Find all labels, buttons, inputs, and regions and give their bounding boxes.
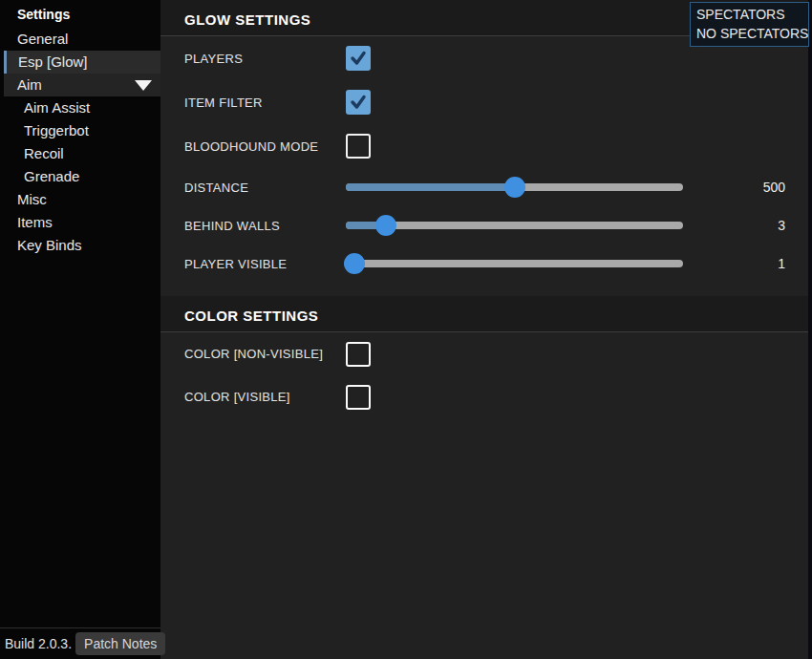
- color-swatch-label: COLOR [VISIBLE]: [184, 390, 346, 404]
- sidebar-item-label: General: [17, 31, 68, 47]
- sidebar-item-label: Aim: [17, 76, 42, 93]
- sidebar-footer: Build 2.0.3. Patch Notes: [0, 627, 160, 659]
- color-settings-title: COLOR SETTINGS: [160, 296, 812, 324]
- color-swatch-rows: COLOR [NON-VISIBLE] COLOR [VISIBLE]: [160, 332, 812, 418]
- slider-thumb[interactable]: [375, 215, 396, 236]
- sidebar-item-items[interactable]: Items: [0, 211, 160, 234]
- spectators-panel: SPECTATORS NO SPECTATORS: [690, 2, 809, 47]
- slider-row: PLAYER VISIBLE 1: [160, 244, 812, 283]
- slider-track[interactable]: [346, 260, 683, 267]
- sidebar-item-recoil[interactable]: Recoil: [0, 142, 160, 165]
- color-settings-section-header-band: COLOR SETTINGS: [160, 296, 812, 332]
- color-swatch-row: COLOR [VISIBLE]: [160, 375, 812, 418]
- spectators-status: NO SPECTATORS: [696, 24, 808, 43]
- toggle-label: ITEM FILTER: [184, 96, 346, 110]
- build-version: Build 2.0.3.: [0, 636, 72, 651]
- slider-value: 1: [683, 256, 785, 271]
- toggle-label: BLOODHOUND MODE: [184, 139, 346, 154]
- sidebar-nav: General Esp [Glow] Aim Aim Assist Trigge…: [0, 28, 160, 257]
- checkbox-bloodhound-mode[interactable]: [346, 134, 371, 159]
- section-gap: [160, 283, 812, 296]
- toggle-row: ITEM FILTER: [160, 80, 812, 124]
- sidebar-item-aim[interactable]: Aim: [4, 74, 160, 96]
- color-swatch-row: COLOR [NON-VISIBLE]: [160, 332, 812, 375]
- slider-thumb[interactable]: [344, 253, 365, 274]
- slider-value: 3: [683, 218, 785, 233]
- sidebar-item-label: Aim Assist: [24, 99, 90, 116]
- slider-player-visible[interactable]: [346, 253, 683, 274]
- sidebar-item-label: Items: [17, 214, 53, 230]
- color-swatch-color-non-visible[interactable]: [346, 342, 371, 367]
- sidebar-item-misc[interactable]: Misc: [0, 188, 160, 211]
- sidebar-title: Settings: [0, 0, 160, 28]
- sidebar: Settings General Esp [Glow] Aim Aim Assi…: [0, 0, 160, 659]
- sidebar-item-grenade[interactable]: Grenade: [0, 165, 160, 188]
- slider-row: DISTANCE 500: [160, 168, 812, 206]
- slider-behind-walls[interactable]: [346, 215, 683, 236]
- slider-label: PLAYER VISIBLE: [184, 257, 346, 271]
- color-swatch-label: COLOR [NON-VISIBLE]: [184, 347, 346, 361]
- sidebar-item-triggerbot[interactable]: Triggerbot: [0, 119, 160, 142]
- sidebar-item-label: Grenade: [24, 168, 79, 184]
- glow-checkbox-rows: PLAYERS ITEM FILTER BLOODHOUND MODE: [160, 36, 812, 168]
- sidebar-item-label: Esp [Glow]: [18, 53, 88, 70]
- sidebar-item-label: Recoil: [24, 145, 64, 161]
- spectators-panel-title: SPECTATORS: [696, 5, 808, 24]
- slider-thumb[interactable]: [504, 177, 525, 198]
- slider-label: BEHIND WALLS: [184, 219, 346, 233]
- toggle-label: PLAYERS: [184, 52, 346, 66]
- sidebar-item-key-binds[interactable]: Key Binds: [0, 234, 160, 257]
- chevron-down-icon: [135, 80, 152, 91]
- sidebar-item-aim-assist[interactable]: Aim Assist: [0, 96, 160, 119]
- glow-slider-rows: DISTANCE 500 BEHIND WALLS 3 PLAYER VISIB…: [160, 168, 812, 283]
- patch-notes-button[interactable]: Patch Notes: [75, 632, 165, 655]
- main-panel: GLOW SETTINGS PLAYERS ITEM FILTER BLOODH…: [160, 0, 812, 659]
- sidebar-item-general[interactable]: General: [0, 28, 160, 51]
- window-right-edge: [808, 0, 812, 659]
- sidebar-item-label: Misc: [17, 191, 47, 207]
- color-swatch-color-visible[interactable]: [346, 385, 371, 410]
- check-icon: [349, 93, 368, 112]
- slider-distance[interactable]: [346, 177, 683, 198]
- sidebar-item-esp-glow[interactable]: Esp [Glow]: [4, 51, 160, 74]
- checkbox-players[interactable]: [346, 46, 371, 71]
- slider-label: DISTANCE: [184, 181, 346, 195]
- slider-fill: [346, 183, 515, 191]
- sidebar-item-label: Key Binds: [17, 237, 82, 253]
- slider-row: BEHIND WALLS 3: [160, 206, 812, 244]
- toggle-row: BLOODHOUND MODE: [160, 124, 812, 168]
- sidebar-item-label: Triggerbot: [24, 122, 89, 138]
- checkbox-item-filter[interactable]: [346, 90, 371, 115]
- slider-value: 500: [683, 180, 785, 195]
- check-icon: [349, 49, 368, 68]
